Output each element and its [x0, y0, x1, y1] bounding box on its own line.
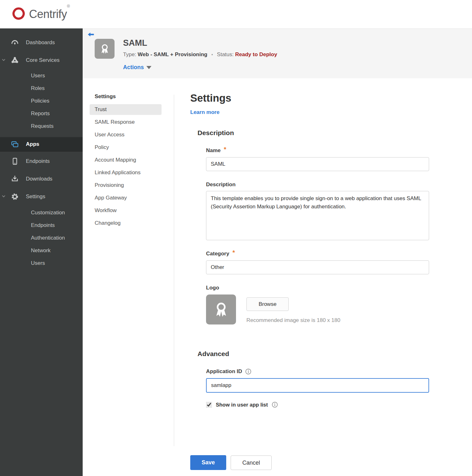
sidebar-item-label: Network [31, 247, 50, 254]
back-arrow-icon[interactable] [87, 31, 95, 39]
application-id-input[interactable] [206, 378, 429, 393]
gauge-icon [11, 39, 19, 47]
show-in-user-app-list-label: Show in user app list [216, 402, 268, 408]
gear-icon [11, 193, 19, 201]
sidebar-item-label: Settings [26, 193, 45, 200]
subnav-item-user-access[interactable]: User Access [90, 128, 162, 141]
app-subnav: Settings Trust SAML Response User Access… [90, 93, 162, 229]
type-value: Web - SAML + Provisioning [138, 51, 207, 57]
cancel-button[interactable]: Cancel [231, 455, 272, 470]
actions-menu-button[interactable]: Actions [123, 64, 151, 71]
subnav-item-account-mapping[interactable]: Account Mapping [90, 154, 162, 166]
actions-label: Actions [123, 64, 144, 71]
sidebar-item-network[interactable]: Network [0, 244, 83, 257]
sidebar-item-label: Downloads [26, 176, 52, 182]
centrify-swirl-icon [11, 6, 26, 22]
info-icon[interactable] [245, 368, 251, 375]
sidebar-item-policies[interactable]: Policies [0, 95, 83, 107]
sidebar-item-downloads[interactable]: Downloads [0, 172, 83, 186]
award-ribbon-icon [212, 300, 231, 319]
subnav-item-changelog[interactable]: Changelog [90, 217, 162, 229]
sidebar-item-label: Endpoints [26, 158, 50, 164]
sidebar-item-authentication[interactable]: Authentication [0, 232, 83, 244]
form-footer: Save Cancel [190, 455, 433, 470]
name-label-row: Name * [206, 147, 433, 154]
info-icon[interactable] [272, 402, 278, 408]
app-meta-row: Type: Web - SAML + Provisioning • Status… [123, 51, 277, 58]
registered-mark: ® [67, 4, 70, 9]
status-label: Status: [217, 51, 234, 57]
sidebar-item-roles[interactable]: Roles [0, 82, 83, 95]
core-services-icon [11, 56, 19, 64]
name-label: Name [206, 147, 221, 154]
status-value: Ready to Deploy [235, 51, 277, 57]
show-in-user-app-list-row: Show in user app list [206, 402, 433, 408]
browse-button[interactable]: Browse [246, 297, 289, 311]
top-bar: Centrify® [0, 0, 472, 28]
save-button[interactable]: Save [190, 455, 226, 470]
sidebar-item-core-services[interactable]: Core Services [0, 53, 83, 68]
download-icon [11, 175, 19, 183]
sidebar-item-label: Endpoints [31, 222, 55, 229]
type-label: Type: [123, 51, 136, 57]
dot-separator: • [211, 52, 213, 57]
sidebar-item-users-settings[interactable]: Users [0, 257, 83, 270]
subnav-item-linked-applications[interactable]: Linked Applications [90, 166, 162, 179]
caret-down-icon [146, 66, 151, 69]
application-id-label-row: Application ID [206, 368, 433, 375]
category-input[interactable] [206, 260, 429, 274]
sidebar-item-dashboards[interactable]: Dashboards [0, 35, 83, 50]
sidebar-item-label: Customization [31, 210, 65, 216]
sidebar-item-label: Users [31, 260, 45, 266]
sidebar-item-label: Core Services [26, 57, 60, 63]
chevron-down-icon [2, 194, 6, 199]
name-input[interactable] [206, 157, 429, 171]
sidebar-item-label: Dashboards [26, 39, 55, 46]
sidebar-item-apps[interactable]: Apps [0, 137, 83, 152]
chevron-down-icon [2, 57, 6, 63]
sidebar-item-reports[interactable]: Reports [0, 107, 83, 120]
show-in-user-app-list-checkbox[interactable] [206, 402, 212, 408]
app-title: SAML [123, 38, 147, 48]
application-id-label: Application ID [206, 368, 242, 375]
sidebar-item-label: Roles [31, 85, 44, 92]
sidebar-item-label: Authentication [31, 235, 65, 241]
advanced-section-heading: Advanced [198, 350, 433, 358]
sidebar-item-users[interactable]: Users [0, 69, 83, 82]
logo-label-row: Logo [206, 284, 433, 291]
apps-icon [11, 140, 19, 148]
subnav-item-provisioning[interactable]: Provisioning [90, 179, 162, 192]
subnav-item-saml-response[interactable]: SAML Response [90, 116, 162, 128]
subnav-item-trust[interactable]: Trust [90, 104, 162, 115]
description-label-row: Description [206, 181, 433, 188]
description-section-heading: Description [198, 129, 433, 137]
app-logo-icon [95, 39, 115, 59]
logo-size-hint: Recommended image size is 180 x 180 [246, 317, 340, 324]
mobile-device-icon [11, 157, 19, 165]
description-textarea[interactable]: This template enables you to provide sin… [206, 191, 429, 240]
subnav-item-workflow[interactable]: Workflow [90, 204, 162, 217]
subnav-item-policy[interactable]: Policy [90, 141, 162, 154]
subnav-heading: Settings [90, 93, 162, 100]
settings-panel: Settings Learn more Description Name * D… [190, 92, 433, 470]
sidebar-item-endpoints[interactable]: Endpoints [0, 154, 83, 169]
sidebar: Dashboards Core Services Users Roles Pol… [0, 28, 83, 476]
page-title: Settings [190, 92, 433, 104]
logo-row: Browse Recommended image size is 180 x 1… [206, 295, 433, 324]
sidebar-item-endpoints-settings[interactable]: Endpoints [0, 219, 83, 232]
sidebar-item-label: Apps [26, 141, 39, 147]
learn-more-link[interactable]: Learn more [190, 109, 220, 116]
content-divider [174, 95, 174, 446]
subnav-item-app-gateway[interactable]: App Gateway [90, 192, 162, 204]
sidebar-item-customization[interactable]: Customization [0, 206, 83, 219]
sidebar-item-requests[interactable]: Requests [0, 120, 83, 133]
sidebar-item-settings[interactable]: Settings [0, 189, 83, 204]
brand-logo[interactable]: Centrify® [11, 6, 70, 22]
required-asterisk: * [233, 249, 235, 256]
description-label: Description [206, 181, 236, 188]
category-label: Category [206, 250, 229, 257]
sidebar-item-label: Policies [31, 98, 50, 104]
required-asterisk: * [224, 146, 226, 153]
sidebar-item-label: Users [31, 73, 45, 79]
app-logo-preview [206, 295, 236, 324]
